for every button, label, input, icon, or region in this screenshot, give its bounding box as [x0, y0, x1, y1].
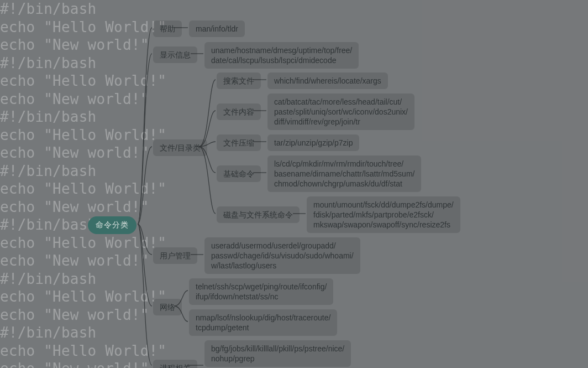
sub-file-disk: 磁盘与文件系统命令 [217, 206, 300, 223]
branch-help: 帮助 [153, 20, 182, 37]
sub-file-search: 搜索文件 [217, 72, 261, 89]
leaf-file-search: which/find/whereis/locate/xargs [267, 72, 388, 89]
branch-net: 网络 [153, 299, 182, 315]
leaf-file-compress: tar/zip/unzip/gzip/p7zip [267, 134, 359, 151]
branch-proc: 进程相关 [153, 360, 197, 368]
leaf-net-1: telnet/ssh/scp/wget/ping/route/ifconfig/… [189, 278, 333, 305]
branch-file: 文件/目录类 [153, 139, 207, 156]
sub-file-compress: 文件压缩 [217, 134, 261, 151]
branch-sysinfo: 显示信息 [153, 46, 197, 63]
root-node: 命令分类 [88, 216, 136, 234]
leaf-file-basic: ls/cd/cp/mkdir/mv/rm/rmdir/touch/tree/ba… [267, 156, 421, 192]
leaf-net-2: nmap/lsof/nslookup/dig/host/traceroute/t… [189, 309, 337, 336]
leaf-sysinfo: uname/hostname/dmesg/uptime/top/free/dat… [204, 42, 359, 69]
mindmap: 命令分类 帮助 man/info/tldr 显示信息 uname/hostnam… [0, 0, 588, 368]
sub-file-content: 文件内容 [217, 103, 261, 120]
leaf-user: useradd/usermod/userdel/groupadd/passwd/… [204, 237, 360, 274]
leaf-file-content: cat/batcat/tac/more/less/head/tail/cut/p… [267, 94, 414, 130]
leaf-file-disk: mount/umount/fsck/dd/dumpe2fs/dumpe/fdis… [307, 196, 460, 233]
leaf-help: man/info/tldr [189, 20, 245, 37]
leaf-proc: bg/fg/jobs/kill/killlall/pkill/ps/pstree… [204, 340, 351, 367]
sub-file-basic: 基础命令 [217, 165, 261, 182]
branch-user: 用户管理 [153, 247, 197, 264]
